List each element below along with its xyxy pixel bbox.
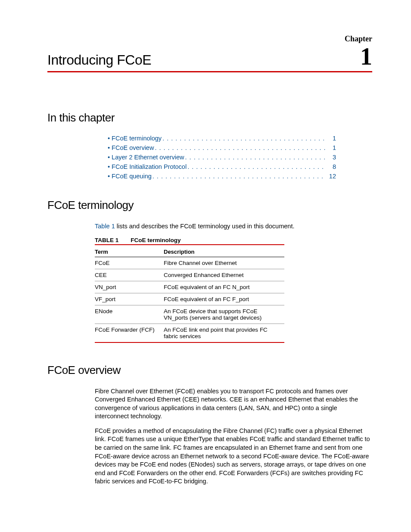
section-in-this-chapter: In this chapter [47,111,372,124]
td-description: An FCoE link end point that provides FC … [164,324,284,342]
terminology-intro-rest: lists and describes the FCoE terminology… [115,223,295,230]
table-header-row: Term Description [95,247,284,257]
toc-link: FCoE terminology [112,135,162,142]
table-caption-row: TABLE 1FCoE terminology [95,237,284,245]
toc-page: 1 [328,144,336,151]
toc-dots [155,144,326,151]
toc-link: FCoE Initialization Protocol [112,163,187,170]
table-label: TABLE 1 [95,237,118,243]
td-description: Fibre Channel over Ethernet [164,257,284,269]
bullet-icon: • [108,173,110,180]
toc-dots [185,154,326,161]
toc-page: 3 [328,154,336,161]
th-description: Description [164,247,284,257]
td-term: FCoE [95,257,164,269]
table-link[interactable]: Table 1 [95,223,115,230]
toc-item[interactable]: • FCoE queuing 12 [108,173,336,180]
table-row: ENode An FCoE device that supports FCoE … [95,305,284,324]
bullet-icon: • [108,154,110,161]
chapter-header: Chapter Introducing FCoE 1 [47,34,372,72]
table-row: VF_port FCoE equivalent of an FC F_port [95,293,284,305]
bullet-icon: • [108,135,110,142]
chapter-label: Chapter [47,34,372,44]
title-rule [47,71,372,72]
td-description: An FCoE device that supports FCoE VN_por… [164,305,284,324]
bullet-icon: • [108,163,110,170]
toc-item[interactable]: • FCoE Initialization Protocol 8 [108,163,336,170]
th-term: Term [95,247,164,257]
toc: • FCoE terminology 1 • FCoE overview 1 •… [108,135,372,180]
table-caption: FCoE terminology [131,237,181,243]
toc-item[interactable]: • Layer 2 Ethernet overview 3 [108,154,336,161]
table-row: VN_port FCoE equivalent of an FC N_port [95,281,284,293]
table-row: FCoE Forwarder (FCF) An FCoE link end po… [95,324,284,342]
toc-link: Layer 2 Ethernet overview [112,154,184,161]
chapter-title: Introducing FCoE [47,52,151,68]
td-term: VF_port [95,293,164,305]
document-page: Chapter Introducing FCoE 1 In this chapt… [0,0,411,518]
td-description: FCoE equivalent of an FC N_port [164,281,284,293]
overview-p1: Fibre Channel over Ethernet (FCoE) enabl… [95,387,372,421]
terminology-intro: Table 1 lists and describes the FCoE ter… [95,222,372,231]
toc-page: 12 [328,173,336,180]
toc-item[interactable]: • FCoE overview 1 [108,144,336,151]
toc-page: 1 [328,135,336,142]
section-fcoe-overview: FCoE overview [47,364,372,377]
overview-p2: FCoE provides a method of encapsulating … [95,427,372,486]
bullet-icon: • [108,144,110,151]
td-term: CEE [95,269,164,281]
td-term: FCoE Forwarder (FCF) [95,324,164,342]
terminology-table: Term Description FCoE Fibre Channel over… [95,247,284,343]
td-description: FCoE equivalent of an FC F_port [164,293,284,305]
toc-dots [187,163,326,170]
toc-dots [162,135,326,142]
toc-dots [153,173,326,180]
td-term: ENode [95,305,164,324]
toc-page: 8 [328,163,336,170]
table-row: FCoE Fibre Channel over Ethernet [95,257,284,269]
section-fcoe-terminology: FCoE terminology [47,199,372,212]
toc-link: FCoE overview [112,144,154,151]
table-row: CEE Converged Enhanced Ethernet [95,269,284,281]
chapter-title-row: Introducing FCoE 1 [47,44,372,68]
td-description: Converged Enhanced Ethernet [164,269,284,281]
chapter-number: 1 [360,44,372,68]
toc-item[interactable]: • FCoE terminology 1 [108,135,336,142]
td-term: VN_port [95,281,164,293]
toc-link: FCoE queuing [112,173,152,180]
